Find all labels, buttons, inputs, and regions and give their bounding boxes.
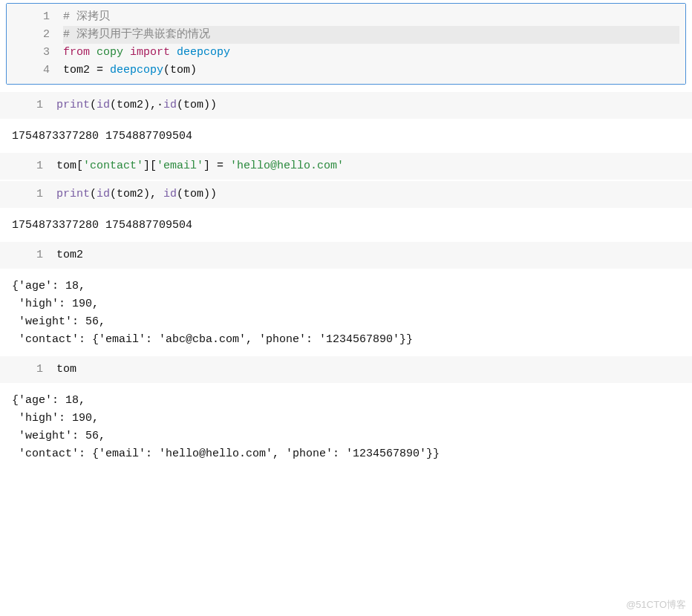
args: (tom2), (110, 188, 163, 200)
output-5: {'age': 18, 'high': 190, 'weight': 56, '… (0, 270, 692, 356)
fn-id: id (97, 188, 110, 200)
line-number: 1 (7, 8, 50, 26)
gutter: 1 (0, 361, 56, 379)
imported-name: deepcopy (177, 46, 230, 59)
line-number: 4 (7, 62, 50, 79)
expr: tom2 (56, 249, 83, 261)
code-body[interactable]: tom (56, 361, 692, 379)
output-2: 1754873377280 1754887709504 (0, 120, 692, 153)
output-4: 1754873377280 1754887709504 (0, 209, 692, 242)
line-number: 1 (0, 246, 43, 264)
gutter: 1 (0, 186, 56, 203)
code-cell-4[interactable]: 1 print(id(tom2), id(tom)) (0, 181, 692, 208)
code-cell-1[interactable]: 1 2 3 4 # 深拷贝 # 深拷贝用于字典嵌套的情况 from copy i… (6, 3, 686, 85)
fn-id: id (163, 188, 177, 200)
module: copy (97, 46, 123, 59)
code-cell-5[interactable]: 1 tom2 (0, 242, 692, 269)
paren: ( (90, 99, 97, 111)
output-6: {'age': 18, 'high': 190, 'weight': 56, '… (0, 384, 692, 471)
line-number: 1 (0, 157, 43, 175)
op: ] = (203, 160, 230, 172)
line-number: 3 (7, 44, 50, 62)
fn-print: print (56, 99, 90, 111)
paren: ( (90, 188, 97, 200)
str: 'email' (157, 160, 203, 172)
line-number: 1 (0, 361, 43, 379)
code-body[interactable]: print(id(tom2), id(tom)) (56, 186, 692, 203)
str: 'contact' (83, 160, 143, 172)
gutter: 1 (0, 246, 56, 264)
expr: tom (56, 363, 76, 376)
line-number: 1 (0, 186, 43, 203)
code-cell-6[interactable]: 1 tom (0, 356, 692, 383)
args: (tom2),· (110, 99, 163, 111)
args: (tom)) (177, 188, 217, 200)
gutter: 1 (0, 157, 56, 175)
args: (tom)) (177, 99, 217, 111)
gutter: 1 (0, 96, 56, 114)
kw-import: import (130, 46, 170, 59)
line-number: 1 (0, 96, 43, 114)
code-body[interactable]: tom['contact']['email'] = 'hello@hello.c… (56, 157, 692, 175)
str: 'hello@hello.com' (230, 160, 344, 172)
fn-id: id (163, 99, 177, 111)
fn-print: print (56, 188, 90, 200)
var: tom2 (63, 64, 90, 76)
args: (tom) (163, 64, 197, 76)
code-body[interactable]: print(id(tom2),·id(tom)) (56, 96, 692, 114)
comment: # 深拷贝 (63, 10, 110, 23)
code-cell-3[interactable]: 1 tom['contact']['email'] = 'hello@hello… (0, 153, 692, 180)
op: = (90, 64, 110, 76)
code-cell-2[interactable]: 1 print(id(tom2),·id(tom)) (0, 92, 692, 119)
bracket: ][ (143, 160, 157, 172)
comment: # 深拷贝用于字典嵌套的情况 (63, 28, 210, 41)
code-body[interactable]: # 深拷贝 # 深拷贝用于字典嵌套的情况 from copy import de… (63, 8, 685, 79)
call: deepcopy (110, 64, 163, 76)
line-number: 2 (7, 26, 50, 44)
var: tom[ (56, 160, 83, 172)
gutter: 1 2 3 4 (7, 8, 63, 79)
code-body[interactable]: tom2 (56, 246, 692, 264)
fn-id: id (97, 99, 110, 111)
kw-from: from (63, 46, 90, 59)
